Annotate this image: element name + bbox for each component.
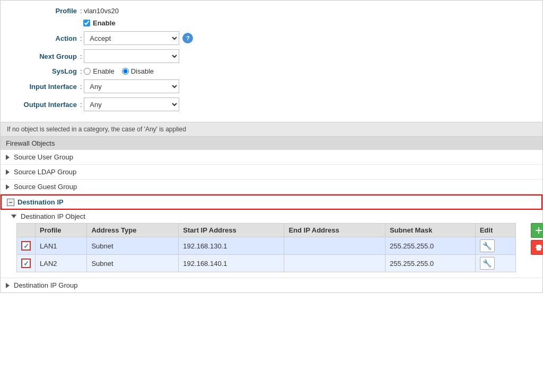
destination-ip-group-label: Destination IP Group	[14, 281, 77, 289]
source-ldap-group-label: Source LDAP Group	[14, 168, 76, 176]
row2-edit-button[interactable]: 🔧	[480, 257, 495, 270]
col-start-ip: Start IP Address	[179, 224, 284, 237]
source-user-group-label: Source User Group	[14, 153, 73, 161]
add-button[interactable]	[531, 223, 543, 238]
svg-rect-1	[536, 230, 542, 231]
firewall-objects-section: Firewall Objects Source User Group Sourc…	[1, 137, 542, 292]
row1-profile: LAN1	[36, 237, 87, 255]
table-row: ✓ LAN1 Subnet 192.168.130.1 255.255.255.…	[17, 237, 516, 255]
syslog-label: SysLog	[11, 67, 80, 75]
profile-label: Profile	[11, 7, 80, 15]
object-table-container: Profile Address Type Start IP Address En…	[1, 223, 542, 278]
row1-checkbox[interactable]: ✓	[21, 241, 31, 251]
row1-check-cell: ✓	[17, 237, 36, 255]
syslog-disable-radio[interactable]	[122, 68, 129, 75]
syslog-disable-option[interactable]: Disable	[122, 67, 154, 75]
wrench-icon: 🔧	[483, 259, 492, 268]
row2-check-cell: ✓	[17, 255, 36, 272]
syslog-row: SysLog : Enable Disable	[11, 67, 532, 75]
row1-edit-cell: 🔧	[475, 237, 515, 255]
profile-value: vlan10vs20	[84, 7, 119, 15]
syslog-radio-group: Enable Disable	[84, 67, 154, 75]
output-interface-row: Output Interface : Any	[11, 97, 532, 111]
next-group-select[interactable]	[84, 49, 179, 63]
info-bar: If no object is selected in a category, …	[1, 122, 542, 137]
col-check	[17, 224, 36, 237]
arrow-right-icon	[6, 170, 10, 175]
col-address-type: Address Type	[87, 224, 179, 237]
enable-label[interactable]: Enable	[93, 19, 116, 27]
expand-minus-icon[interactable]: −	[7, 199, 14, 206]
output-interface-label: Output Interface	[11, 101, 80, 109]
row2-edit-cell: 🔧	[475, 255, 515, 272]
row1-end-ip	[284, 237, 386, 255]
wrench-icon: 🔧	[483, 242, 492, 250]
next-group-row: Next Group :	[11, 49, 532, 63]
table-row: ✓ LAN2 Subnet 192.168.140.1 255.255.255.…	[17, 255, 516, 272]
arrow-right-icon	[6, 283, 10, 288]
row1-address-type: Subnet	[87, 237, 179, 255]
destination-ip-row[interactable]: − Destination IP	[1, 194, 542, 210]
action-label: Action	[11, 34, 80, 42]
firewall-objects-header: Firewall Objects	[1, 137, 542, 150]
action-buttons	[531, 223, 543, 255]
sidebar-item-destination-ip-group[interactable]: Destination IP Group	[1, 278, 542, 292]
next-group-label: Next Group	[11, 52, 80, 60]
arrow-right-icon	[6, 184, 10, 190]
remove-button[interactable]	[531, 240, 543, 255]
col-profile: Profile	[36, 224, 87, 237]
syslog-enable-option[interactable]: Enable	[84, 67, 114, 75]
svg-marker-3	[536, 245, 541, 246]
sidebar-item-source-ldap-group[interactable]: Source LDAP Group	[1, 165, 542, 180]
sidebar-item-source-user-group[interactable]: Source User Group	[1, 150, 542, 165]
input-interface-row: Input Interface : Any	[11, 79, 532, 93]
enable-checkbox[interactable]	[83, 20, 90, 26]
input-interface-label: Input Interface	[11, 83, 80, 91]
destination-ip-object-label: Destination IP Object	[21, 212, 85, 220]
row2-end-ip	[284, 255, 386, 272]
output-interface-select[interactable]: Any	[84, 97, 179, 111]
row1-edit-button[interactable]: 🔧	[480, 239, 495, 252]
arrow-right-icon	[6, 155, 10, 160]
arrow-down-icon	[11, 215, 16, 218]
action-row: Action : Accept Deny Drop ?	[11, 31, 532, 45]
row1-start-ip: 192.168.130.1	[179, 237, 284, 255]
top-form: Profile : vlan10vs20 Enable Action : Acc…	[1, 1, 542, 122]
row2-checkbox[interactable]: ✓	[21, 259, 31, 268]
input-interface-select[interactable]: Any	[84, 79, 179, 93]
profile-row: Profile : vlan10vs20	[11, 7, 532, 15]
enable-row: Enable	[83, 19, 532, 27]
syslog-enable-radio[interactable]	[84, 68, 91, 75]
help-icon[interactable]: ?	[182, 33, 193, 43]
row2-address-type: Subnet	[87, 255, 179, 272]
add-icon	[535, 226, 543, 235]
svg-marker-4	[536, 246, 541, 251]
row2-profile: LAN2	[36, 255, 87, 272]
action-select[interactable]: Accept Deny Drop	[84, 31, 179, 45]
col-edit: Edit	[475, 224, 515, 237]
source-guest-group-label: Source Guest Group	[14, 183, 77, 191]
col-end-ip: End IP Address	[284, 224, 386, 237]
col-subnet-mask: Subnet Mask	[385, 224, 475, 237]
destination-ip-label: Destination IP	[17, 198, 64, 206]
remove-icon	[535, 243, 543, 252]
row1-subnet-mask: 255.255.255.0	[385, 237, 475, 255]
sidebar-item-source-guest-group[interactable]: Source Guest Group	[1, 180, 542, 194]
destination-ip-table: Profile Address Type Start IP Address En…	[16, 223, 516, 272]
destination-ip-object-section: Destination IP Object Profile Address Ty…	[1, 210, 542, 278]
row2-start-ip: 192.168.140.1	[179, 255, 284, 272]
row2-subnet-mask: 255.255.255.0	[385, 255, 475, 272]
destination-ip-object-header: Destination IP Object	[1, 210, 542, 223]
